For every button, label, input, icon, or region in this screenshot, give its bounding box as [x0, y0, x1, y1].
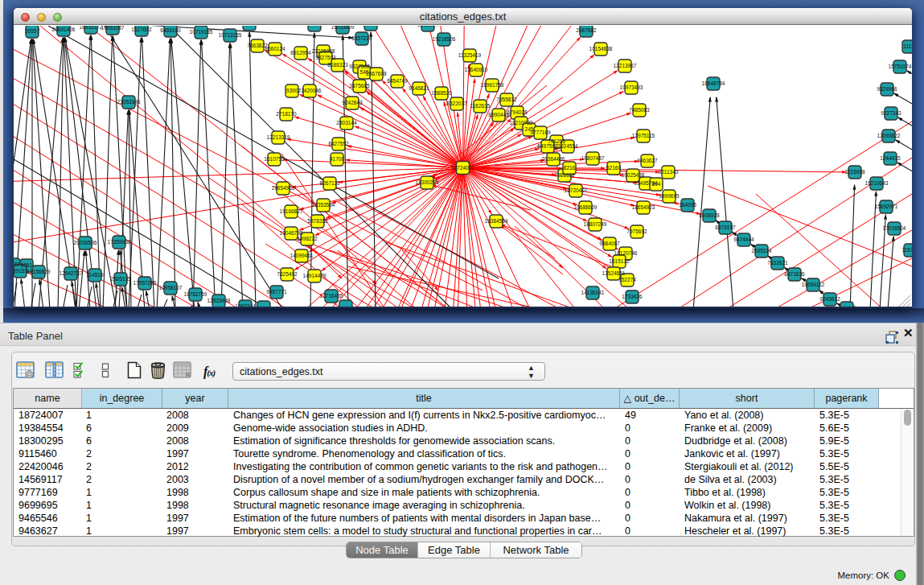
svg-text:114519: 114519 [86, 272, 104, 278]
svg-text:10719185: 10719185 [190, 29, 213, 35]
svg-text:41700: 41700 [330, 156, 344, 162]
svg-text:20206536: 20206536 [74, 240, 97, 245]
svg-text:18724007: 18724007 [451, 165, 474, 171]
svg-text:9146821: 9146821 [409, 85, 429, 91]
svg-text:152274: 152274 [618, 277, 636, 282]
svg-text:13716485: 13716485 [320, 293, 343, 299]
svg-text:16210643: 16210643 [865, 180, 889, 186]
svg-text:10025438: 10025438 [622, 172, 645, 178]
svg-text:8990448: 8990448 [488, 112, 509, 117]
svg-text:7975692: 7975692 [626, 229, 647, 234]
svg-text:9899695: 9899695 [659, 193, 680, 199]
svg-text:10713155: 10713155 [219, 32, 242, 38]
svg-text:13524851: 13524851 [602, 270, 626, 276]
svg-text:17957285: 17957285 [133, 280, 157, 286]
svg-text:9884067: 9884067 [599, 241, 620, 246]
svg-text:10654112: 10654112 [802, 282, 825, 287]
svg-text:3215958: 3215958 [844, 169, 865, 175]
svg-text:15692971: 15692971 [875, 204, 898, 209]
svg-text:9242843: 9242843 [342, 100, 363, 105]
svg-text:39153: 39153 [14, 268, 27, 274]
svg-text:10688609: 10688609 [574, 204, 598, 210]
svg-text:8454749: 8454749 [387, 78, 408, 84]
svg-text:12975115: 12975115 [632, 133, 655, 138]
svg-text:8357224: 8357224 [351, 35, 372, 41]
svg-text:10046798: 10046798 [280, 230, 303, 236]
svg-text:116733: 116733 [901, 247, 912, 253]
svg-text:6497568: 6497568 [537, 143, 558, 149]
svg-text:7986322: 7986322 [554, 172, 575, 178]
svg-text:14136141: 14136141 [581, 290, 605, 295]
svg-text:15720407: 15720407 [565, 187, 588, 193]
svg-text:16933172: 16933172 [80, 26, 103, 30]
svg-text:5061: 5061 [21, 262, 33, 268]
svg-text:16782759: 16782759 [184, 291, 207, 297]
svg-text:1733426: 1733426 [622, 294, 643, 299]
svg-text:1588520: 1588520 [431, 90, 452, 96]
svg-text:20691406: 20691406 [52, 27, 76, 32]
svg-text:8322037: 8322037 [446, 101, 467, 106]
svg-text:18300295: 18300295 [416, 179, 439, 185]
svg-text:1112: 1112 [903, 43, 912, 49]
svg-text:1615132: 1615132 [609, 258, 630, 264]
svg-text:16120746: 16120746 [614, 250, 638, 256]
svg-text:1162615: 1162615 [470, 103, 491, 109]
svg-text:1498222: 1498222 [297, 236, 318, 241]
svg-text:19218506: 19218506 [433, 36, 456, 42]
svg-text:6794028: 6794028 [507, 109, 528, 115]
svg-text:7625402: 7625402 [277, 271, 298, 277]
svg-text:2718170: 2718170 [276, 111, 297, 117]
svg-text:9227343: 9227343 [881, 110, 901, 116]
svg-text:10154838: 10154838 [589, 46, 613, 51]
svg-text:9463627: 9463627 [637, 158, 658, 163]
svg-text:13640910: 13640910 [465, 67, 488, 72]
svg-text:10807487: 10807487 [581, 155, 605, 161]
svg-text:16648784: 16648784 [702, 80, 725, 86]
svg-text:12213319: 12213319 [267, 134, 290, 140]
svg-text:9327503: 9327503 [315, 55, 336, 60]
svg-text:18807249: 18807249 [584, 221, 607, 227]
svg-text:1527602: 1527602 [131, 27, 152, 32]
svg-text:8813054: 8813054 [417, 26, 438, 27]
svg-text:9190: 9190 [14, 262, 20, 267]
svg-text:8912954: 8912954 [290, 50, 311, 56]
svg-text:2687682: 2687682 [576, 27, 597, 33]
svg-text:19166827: 19166827 [280, 208, 303, 214]
svg-text:20364486: 20364486 [542, 156, 565, 162]
svg-text:5878352: 5878352 [307, 218, 328, 224]
svg-text:3024554: 3024554 [557, 143, 578, 149]
svg-text:7955812: 7955812 [496, 97, 517, 102]
svg-text:10973493: 10973493 [620, 84, 643, 90]
svg-text:19654953: 19654953 [272, 185, 295, 191]
svg-text:12942737: 12942737 [60, 270, 83, 276]
svg-text:8471636: 8471636 [784, 271, 805, 277]
svg-text:23226058: 23226058 [312, 48, 335, 54]
svg-text:1244415: 1244415 [880, 155, 901, 161]
svg-text:17359938: 17359938 [108, 239, 131, 245]
svg-text:23420046: 23420046 [298, 88, 322, 93]
svg-text:8186323: 8186323 [327, 62, 348, 68]
svg-text:23053346: 23053346 [117, 99, 141, 105]
svg-text:8660124: 8660124 [265, 46, 285, 51]
svg-text:19384554: 19384554 [485, 218, 508, 224]
svg-text:16961758: 16961758 [481, 82, 504, 88]
svg-text:6466160: 6466160 [160, 27, 181, 33]
svg-text:2505135: 2505135 [110, 276, 131, 282]
svg-text:12156829: 12156829 [27, 269, 51, 274]
svg-text:164095: 164095 [679, 202, 696, 208]
svg-text:3875685: 3875685 [349, 83, 370, 89]
svg-text:12213967: 12213967 [614, 63, 637, 68]
svg-text:18654923: 18654923 [632, 204, 655, 210]
svg-text:8267110: 8267110 [320, 180, 340, 186]
svg-text:9390: 9390 [286, 88, 298, 93]
svg-text:2803144: 2803144 [336, 120, 357, 126]
svg-text:8427552: 8427552 [328, 141, 349, 146]
svg-text:15751074: 15751074 [889, 64, 912, 69]
svg-text:9211343: 9211343 [659, 169, 679, 175]
svg-text:20557: 20557 [25, 28, 39, 34]
svg-text:10653287: 10653287 [101, 26, 125, 31]
svg-text:62160: 62160 [606, 165, 621, 171]
svg-text:14099461: 14099461 [290, 253, 314, 258]
svg-text:9857771: 9857771 [266, 289, 287, 295]
svg-text:1610755: 1610755 [264, 156, 285, 162]
